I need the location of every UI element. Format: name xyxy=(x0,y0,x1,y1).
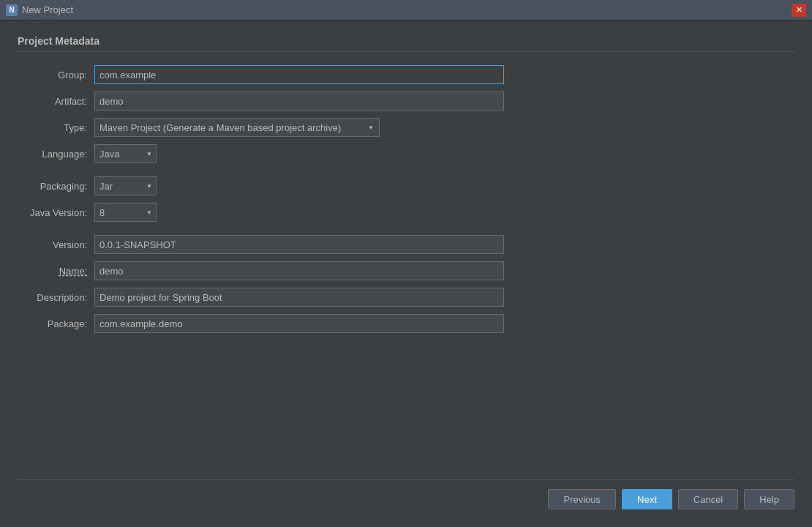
artifact-label: Artifact: xyxy=(18,96,94,107)
description-label: Description: xyxy=(18,292,94,303)
cancel-button[interactable]: Cancel xyxy=(678,489,738,509)
name-row: Name: xyxy=(18,261,794,280)
next-button[interactable]: Next xyxy=(622,489,672,509)
artifact-row: Artifact: xyxy=(18,91,794,111)
title-bar: N New Project ✕ xyxy=(0,0,812,20)
version-input[interactable] xyxy=(94,235,504,254)
package-label: Package: xyxy=(18,318,94,329)
group-input[interactable] xyxy=(94,65,504,84)
package-input[interactable] xyxy=(94,314,504,333)
version-label: Version: xyxy=(18,239,94,250)
language-row: Language: Java Kotlin Groovy xyxy=(18,144,794,163)
form-area: Group: Artifact: Type: Maven Project (Ge… xyxy=(18,65,794,479)
name-label: Name: xyxy=(18,266,94,277)
group-row: Group: xyxy=(18,65,794,84)
packaging-label: Packaging: xyxy=(18,181,94,192)
packaging-select[interactable]: Jar War xyxy=(94,176,157,195)
close-button[interactable]: ✕ xyxy=(792,4,806,17)
package-row: Package: xyxy=(18,314,794,333)
java-version-select-wrapper: 8 11 17 xyxy=(94,203,157,222)
description-input[interactable] xyxy=(94,288,504,307)
type-row: Type: Maven Project (Generate a Maven ba… xyxy=(18,118,794,137)
help-button[interactable]: Help xyxy=(744,489,794,509)
packaging-row: Packaging: Jar War xyxy=(18,176,794,195)
app-icon: N xyxy=(6,4,18,16)
button-bar: Previous Next Cancel Help xyxy=(18,479,794,512)
group-label: Group: xyxy=(18,70,94,81)
java-version-select[interactable]: 8 11 17 xyxy=(94,203,157,222)
type-label: Type: xyxy=(18,122,94,133)
dialog-body: Project Metadata Group: Artifact: Type: … xyxy=(0,20,812,527)
type-select-wrapper: Maven Project (Generate a Maven based pr… xyxy=(94,118,380,137)
section-title: Project Metadata xyxy=(18,35,794,52)
title-bar-text: New Project xyxy=(22,4,73,15)
description-row: Description: xyxy=(18,288,794,307)
previous-button[interactable]: Previous xyxy=(548,489,616,509)
version-row: Version: xyxy=(18,235,794,254)
name-input[interactable] xyxy=(94,261,504,280)
java-version-label: Java Version: xyxy=(18,207,94,218)
java-version-row: Java Version: 8 11 17 xyxy=(18,203,794,222)
language-label: Language: xyxy=(18,149,94,160)
language-select-wrapper: Java Kotlin Groovy xyxy=(94,144,157,163)
type-select[interactable]: Maven Project (Generate a Maven based pr… xyxy=(94,118,380,137)
artifact-input[interactable] xyxy=(94,91,504,111)
language-select[interactable]: Java Kotlin Groovy xyxy=(94,144,157,163)
packaging-select-wrapper: Jar War xyxy=(94,176,157,195)
